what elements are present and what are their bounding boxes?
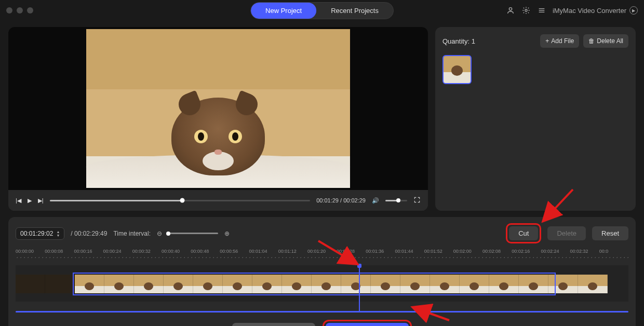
project-tabs: New Project Recent Projects	[250, 2, 394, 19]
plus-icon: +	[545, 37, 549, 45]
ruler-tick: 00:01:20	[307, 249, 337, 262]
timeline-frame[interactable]	[519, 275, 548, 293]
timeline-frame[interactable]	[460, 275, 489, 293]
ruler-tick: 00:01:12	[278, 249, 307, 262]
timeline-frame[interactable]	[45, 275, 75, 293]
timeline-frame[interactable]	[164, 275, 193, 293]
video-preview[interactable]	[8, 27, 428, 190]
stepper-up-icon[interactable]: ▲	[56, 230, 60, 234]
zoom-out-icon[interactable]: ⊖	[157, 230, 162, 237]
account-icon[interactable]	[506, 6, 515, 15]
timeline-frame[interactable]	[341, 275, 371, 293]
app-name: iMyMac Video Converter ▶	[553, 6, 638, 15]
timeline-frame[interactable]	[252, 275, 282, 293]
timeline-frame[interactable]	[104, 275, 134, 293]
ruler-tick: 00:01:36	[366, 249, 395, 262]
timeline-frame[interactable]	[489, 275, 519, 293]
clip-list-panel: Quantity: 1 +Add File 🗑Delete All	[435, 27, 636, 211]
ruler-tick: 00:01:04	[249, 249, 278, 262]
ruler-tick: 00:01:28	[337, 249, 366, 262]
titlebar: New Project Recent Projects iMyMac Video…	[0, 0, 644, 21]
timeline-frame[interactable]	[134, 275, 164, 293]
timeline-frame[interactable]	[312, 275, 341, 293]
zoom-in-icon[interactable]: ⊕	[224, 230, 230, 237]
timeline-frame[interactable]	[578, 275, 608, 293]
timeline-frame[interactable]	[371, 275, 400, 293]
trash-icon: 🗑	[588, 37, 595, 45]
ruler-tick: 00:02:16	[512, 249, 541, 262]
annotation-highlight-cut: Cut	[506, 223, 541, 243]
ruler-tick: 00:0	[599, 249, 628, 262]
ruler-tick: 00:00:40	[162, 249, 191, 262]
timeline-frame[interactable]	[400, 275, 430, 293]
volume-slider[interactable]	[385, 200, 407, 201]
timecode-total: / 00:02:29:49	[71, 230, 107, 237]
ruler-tick: 00:00:56	[220, 249, 249, 262]
timeline-panel: 00:01:29:02 ▲▼ / 00:02:29:49 Time interv…	[8, 217, 636, 326]
ruler-tick: 00:02:24	[541, 249, 570, 262]
maximize-window-icon[interactable]	[27, 7, 33, 13]
annotation-highlight-set: Set	[323, 320, 412, 326]
play-icon[interactable]: ▶	[28, 197, 32, 204]
cut-button[interactable]: Cut	[509, 226, 538, 240]
app-name-label: iMyMac Video Converter	[553, 7, 626, 15]
ruler-tick: 00:01:52	[424, 249, 453, 262]
video-frame	[86, 29, 350, 188]
time-interval-slider[interactable]	[168, 233, 218, 234]
volume-icon[interactable]: 🔊	[372, 197, 379, 204]
settings-icon[interactable]	[521, 6, 531, 15]
ruler-tick: 00:00:48	[191, 249, 220, 262]
ruler-tick: 00:00:24	[103, 249, 132, 262]
ruler-tick: 00:02:08	[482, 249, 512, 262]
timeline-frame[interactable]	[223, 275, 252, 293]
selection-bar	[16, 311, 628, 313]
ruler-tick: 00:01:44	[395, 249, 424, 262]
back-button[interactable]: Back	[232, 323, 315, 326]
seek-slider[interactable]	[50, 200, 310, 201]
player-controls: |◀ ▶ ▶| 00:01:29 / 00:02:29 🔊	[8, 190, 428, 211]
timeline-frame[interactable]	[548, 275, 578, 293]
next-frame-icon[interactable]: ▶|	[38, 197, 44, 204]
tab-recent-projects[interactable]: Recent Projects	[316, 3, 393, 19]
delete-all-button[interactable]: 🗑Delete All	[583, 34, 628, 48]
ruler-tick: 00:02:00	[453, 249, 482, 262]
ruler-tick: 00:00:00	[16, 249, 45, 262]
time-interval-label: Time interval:	[113, 230, 151, 237]
clip-thumbnail[interactable]	[442, 55, 472, 84]
delete-button[interactable]: Delete	[547, 226, 586, 240]
timecode-input[interactable]: 00:01:29:02 ▲▼	[16, 227, 64, 240]
svg-point-1	[525, 9, 527, 11]
preview-panel: |◀ ▶ ▶| 00:01:29 / 00:02:29 🔊	[8, 27, 428, 211]
tab-new-project[interactable]: New Project	[251, 3, 316, 19]
timeline-frame[interactable]	[75, 275, 104, 293]
app-play-icon: ▶	[629, 6, 638, 15]
svg-point-0	[509, 8, 512, 10]
prev-frame-icon[interactable]: |◀	[16, 197, 21, 204]
timeline-frame[interactable]	[193, 275, 223, 293]
minimize-window-icon[interactable]	[17, 7, 23, 13]
time-ruler: 00:00:0000:00:0800:00:1600:00:2400:00:32…	[16, 249, 628, 262]
menu-icon[interactable]	[537, 6, 546, 15]
ruler-tick: 00:00:32	[132, 249, 162, 262]
ruler-tick: 00:02:32	[570, 249, 599, 262]
playhead[interactable]	[359, 265, 360, 312]
set-button[interactable]: Set	[326, 323, 409, 326]
ruler-tick: 00:00:08	[45, 249, 74, 262]
timeline-frame[interactable]	[430, 275, 460, 293]
window-controls	[6, 7, 33, 13]
timeline[interactable]	[16, 265, 628, 302]
timeline-frame[interactable]	[16, 275, 45, 293]
close-window-icon[interactable]	[6, 7, 12, 13]
stepper-down-icon[interactable]: ▼	[56, 234, 60, 237]
ruler-tick: 00:00:16	[74, 249, 103, 262]
fullscreen-icon[interactable]	[413, 196, 421, 205]
quantity-label: Quantity: 1	[442, 37, 475, 45]
time-display: 00:01:29 / 00:02:29	[316, 197, 366, 203]
reset-button[interactable]: Reset	[592, 226, 628, 240]
timeline-frame[interactable]	[282, 275, 312, 293]
add-file-button[interactable]: +Add File	[540, 34, 579, 48]
